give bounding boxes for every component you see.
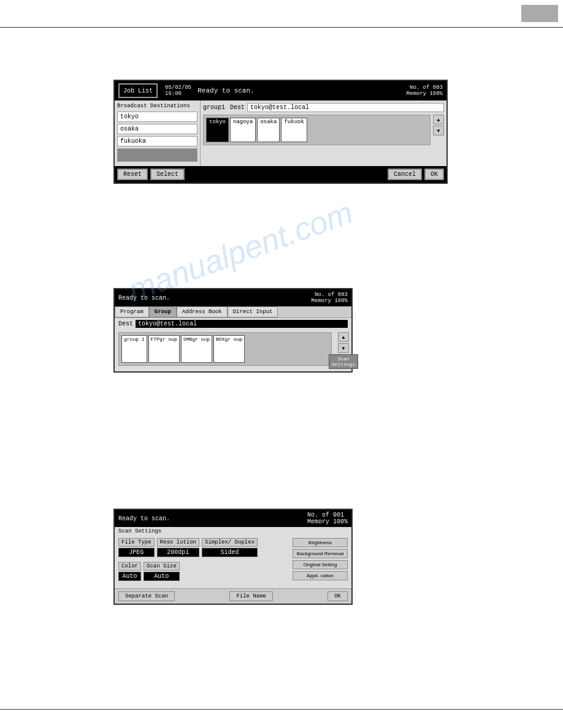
- screen1-buttons-row: Reset Select Cancel OK: [115, 166, 446, 183]
- screen2-status: Ready to scan.: [118, 295, 170, 301]
- color-label: Color: [118, 562, 141, 571]
- screen3-header: Ready to scan. No. of 001 Memory 100%: [115, 510, 351, 527]
- memory-label: Memory 100%: [407, 91, 443, 97]
- date-time: 05/02/05 16:00: [165, 81, 191, 100]
- resolution-label: Reso lution: [157, 538, 199, 547]
- file-name-button[interactable]: File Name: [229, 591, 273, 601]
- screen2-body-row: group 1 FTPgr oup SMBgr oup BOXgr oup ▲ …: [115, 330, 351, 371]
- screen1-header: Job List 05/02/05 16:00 Ready to scan. N…: [115, 81, 446, 100]
- dest-item-osaka[interactable]: osaka: [117, 124, 197, 134]
- resolution-value[interactable]: 200dpi: [157, 548, 199, 557]
- time: 16:00: [165, 91, 191, 97]
- broadcast-destinations-title: Broadcast Destinations: [117, 103, 197, 109]
- simplex-group: Simplex/ Duplex Sided: [202, 538, 258, 557]
- scan-size-value[interactable]: Auto: [144, 572, 180, 581]
- settings-right: Brightness Background Removal Original S…: [293, 538, 348, 586]
- file-type-label: File Type: [118, 538, 155, 547]
- screen3-dest-count: No. of 001 Memory 100%: [307, 512, 348, 525]
- screen2-chip-ftpgroup[interactable]: FTPgr oup: [148, 335, 180, 363]
- tab-group[interactable]: Group: [149, 306, 177, 317]
- screen2-dest-count: No. of 003 Memory 100%: [312, 292, 348, 304]
- simplex-label: Simplex/ Duplex: [202, 538, 258, 547]
- screen3-status: Ready to scan.: [118, 515, 170, 522]
- member-chip-nagoya[interactable]: nagoya: [230, 118, 256, 142]
- brightness-button[interactable]: Brightness: [293, 538, 348, 547]
- color-value[interactable]: Auto: [118, 572, 141, 581]
- separate-scan-button[interactable]: Separate Scan: [118, 591, 175, 601]
- screen3-scan-settings: Ready to scan. No. of 001 Memory 100% Sc…: [113, 509, 353, 605]
- screen2-address-book: Ready to scan. No. of 003 Memory 100% Pr…: [113, 288, 353, 373]
- screen2-scroll-down[interactable]: ▼: [338, 343, 349, 353]
- screen2-tabs: Program Group Address Book Direct Input: [115, 306, 351, 318]
- scan-size-label: Scan Size: [144, 562, 180, 571]
- top-rule: [0, 27, 563, 28]
- member-chip-osaka[interactable]: osaka: [257, 118, 280, 142]
- row-file-type-resolution: File Type JPEG Reso lution 200dpi Simple…: [118, 538, 290, 559]
- scan-size-group: Scan Size Auto: [144, 562, 180, 581]
- row-color-scansize: Color Auto Scan Size Auto: [118, 562, 290, 583]
- dest-item-tokyo[interactable]: tokyo: [117, 112, 197, 122]
- screen2-memory-label: Memory 100%: [312, 298, 348, 304]
- simplex-value[interactable]: Sided: [202, 548, 258, 557]
- tab-address-book[interactable]: Address Book: [177, 306, 228, 317]
- original-setting-button[interactable]: Original Setting: [293, 560, 348, 569]
- application-button[interactable]: Appli- cation: [293, 571, 348, 580]
- screen3-memory-label: Memory 100%: [307, 518, 348, 525]
- screen2-member-grid: group 1 FTPgr oup SMBgr oup BOXgr oup: [118, 332, 332, 366]
- screen2-header: Ready to scan. No. of 003 Memory 100%: [115, 289, 351, 306]
- settings-left: File Type JPEG Reso lution 200dpi Simple…: [118, 538, 290, 586]
- screen2-chip-boxgroup[interactable]: BOXgr oup: [213, 335, 245, 363]
- member-chip-fukuok[interactable]: fukuok: [281, 118, 307, 142]
- screen2-scroll-up[interactable]: ▲: [338, 332, 349, 342]
- dest-prefix: Dest: [230, 104, 245, 111]
- job-list-button[interactable]: Job List: [118, 83, 158, 98]
- screen2-main: group 1 FTPgr oup SMBgr oup BOXgr oup: [115, 330, 335, 371]
- select-button[interactable]: Select: [150, 169, 185, 180]
- top-bar-decoration: [521, 5, 558, 22]
- member-chip-tokyo[interactable]: tokyo: [206, 118, 229, 142]
- member-grid: tokyo nagoya osaka fukuok: [203, 115, 431, 145]
- screen2-dest-label: Dest: [118, 320, 133, 327]
- resolution-group: Reso lution 200dpi: [157, 538, 199, 557]
- screen2-side: ▲ ▼ Scan Settings: [335, 330, 351, 371]
- dest-item-empty: [117, 148, 197, 162]
- screen2-chip-group1[interactable]: group 1: [121, 335, 147, 363]
- screen3-bottom-buttons: Separate Scan File Name OK: [115, 588, 351, 604]
- screen2-dest-row: Dest tokyo@test.local: [115, 318, 351, 330]
- group-label: group1: [203, 104, 225, 111]
- screen2-chip-smbgroup[interactable]: SMBgr oup: [181, 335, 212, 363]
- screen1-status: Ready to scan.: [191, 81, 406, 100]
- screen3-no-dest-label: No. of 001: [307, 512, 348, 518]
- ok-button[interactable]: OK: [424, 169, 444, 180]
- scan-settings-button[interactable]: Scan Settings: [329, 354, 358, 369]
- tab-direct-input[interactable]: Direct Input: [228, 306, 278, 317]
- scroll-up-button[interactable]: ▲: [433, 115, 444, 124]
- screen3-ok-button[interactable]: OK: [327, 591, 348, 601]
- scroll-arrows: ▲ ▼: [433, 115, 444, 148]
- screen1-group-panel: group1 Dest tokyo@test.local tokyo nagoy…: [201, 100, 446, 166]
- background-removal-button[interactable]: Background Removal: [293, 549, 348, 558]
- scan-settings-title: Scan Settings: [115, 527, 351, 536]
- dest-value-field: tokyo@test.local: [247, 103, 444, 112]
- settings-grid: File Type JPEG Reso lution 200dpi Simple…: [115, 536, 351, 588]
- dest-item-fukuoka[interactable]: fukuoka: [117, 136, 197, 146]
- group-dest-row: group1 Dest tokyo@test.local: [203, 103, 444, 112]
- date: 05/02/05: [165, 85, 191, 91]
- file-type-group: File Type JPEG: [118, 538, 155, 557]
- no-dest-label: No. of 003: [410, 85, 443, 91]
- screen1-dest-count: No. of 003 Memory 100%: [407, 81, 446, 100]
- tab-program[interactable]: Program: [115, 306, 149, 317]
- screen1-broadcast-destinations: Job List 05/02/05 16:00 Ready to scan. N…: [113, 80, 448, 184]
- file-type-value[interactable]: JPEG: [118, 548, 155, 557]
- screen2-no-dest-label: No. of 003: [312, 292, 348, 298]
- color-group: Color Auto: [118, 562, 141, 581]
- scroll-down-button[interactable]: ▼: [433, 126, 444, 135]
- cancel-button[interactable]: Cancel: [388, 169, 422, 180]
- reset-button[interactable]: Reset: [117, 169, 148, 180]
- bottom-rule: [0, 709, 563, 710]
- broadcast-destinations-panel: Broadcast Destinations tokyo osaka fukuo…: [115, 100, 201, 166]
- screen1-body: Broadcast Destinations tokyo osaka fukuo…: [115, 100, 446, 166]
- screen2-dest-field: tokyo@test.local: [136, 320, 348, 328]
